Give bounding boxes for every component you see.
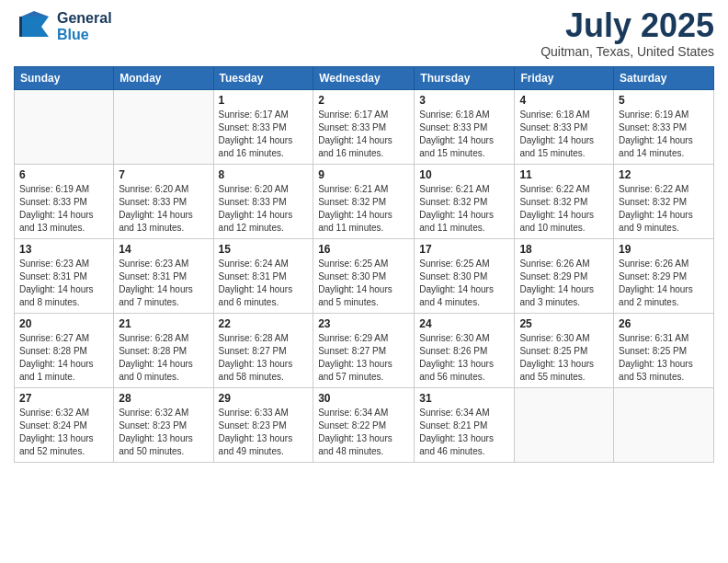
location: Quitman, Texas, United States xyxy=(540,44,714,59)
day-number: 26 xyxy=(619,317,709,330)
cell-info: Sunrise: 6:19 AM Sunset: 8:33 PM Dayligh… xyxy=(619,109,709,160)
day-number: 2 xyxy=(318,94,409,107)
calendar-cell: 2Sunrise: 6:17 AM Sunset: 8:33 PM Daylig… xyxy=(313,90,415,165)
svg-marker-1 xyxy=(21,11,49,17)
calendar-cell: 14Sunrise: 6:23 AM Sunset: 8:31 PM Dayli… xyxy=(114,239,213,314)
cell-info: Sunrise: 6:31 AM Sunset: 8:25 PM Dayligh… xyxy=(619,332,709,384)
day-number: 17 xyxy=(419,243,509,256)
calendar-cell xyxy=(114,90,213,165)
day-number: 24 xyxy=(419,317,509,330)
svg-marker-0 xyxy=(21,17,49,37)
day-number: 8 xyxy=(219,168,309,181)
calendar-week-row: 13Sunrise: 6:23 AM Sunset: 8:31 PM Dayli… xyxy=(15,239,714,314)
cell-info: Sunrise: 6:28 AM Sunset: 8:28 PM Dayligh… xyxy=(119,332,208,384)
calendar-cell: 30Sunrise: 6:34 AM Sunset: 8:22 PM Dayli… xyxy=(313,388,415,463)
cell-info: Sunrise: 6:20 AM Sunset: 8:33 PM Dayligh… xyxy=(219,183,309,235)
calendar-cell: 5Sunrise: 6:19 AM Sunset: 8:33 PM Daylig… xyxy=(614,90,714,165)
cell-info: Sunrise: 6:17 AM Sunset: 8:33 PM Dayligh… xyxy=(219,109,309,160)
col-friday: Friday xyxy=(515,67,614,90)
calendar-cell xyxy=(614,388,714,463)
day-number: 31 xyxy=(419,392,509,405)
logo-icon xyxy=(14,9,54,44)
cell-info: Sunrise: 6:25 AM Sunset: 8:30 PM Dayligh… xyxy=(419,258,509,309)
calendar-cell: 24Sunrise: 6:30 AM Sunset: 8:26 PM Dayli… xyxy=(415,314,515,388)
day-number: 9 xyxy=(318,168,409,181)
calendar-week-row: 27Sunrise: 6:32 AM Sunset: 8:24 PM Dayli… xyxy=(15,388,714,463)
calendar-cell: 21Sunrise: 6:28 AM Sunset: 8:28 PM Dayli… xyxy=(114,314,213,388)
cell-info: Sunrise: 6:26 AM Sunset: 8:29 PM Dayligh… xyxy=(519,258,609,309)
calendar-cell xyxy=(15,90,114,165)
day-number: 25 xyxy=(519,317,609,330)
cell-info: Sunrise: 6:18 AM Sunset: 8:33 PM Dayligh… xyxy=(419,109,509,160)
calendar-cell xyxy=(515,388,614,463)
day-number: 10 xyxy=(419,168,509,181)
calendar-cell: 19Sunrise: 6:26 AM Sunset: 8:29 PM Dayli… xyxy=(614,239,714,314)
calendar-cell: 6Sunrise: 6:19 AM Sunset: 8:33 PM Daylig… xyxy=(15,165,114,239)
svg-rect-2 xyxy=(19,17,22,37)
cell-info: Sunrise: 6:21 AM Sunset: 8:32 PM Dayligh… xyxy=(318,183,409,235)
day-number: 3 xyxy=(419,94,509,107)
day-number: 14 xyxy=(119,243,208,256)
day-number: 13 xyxy=(19,243,108,256)
calendar-cell: 12Sunrise: 6:22 AM Sunset: 8:32 PM Dayli… xyxy=(614,165,714,239)
calendar-cell: 29Sunrise: 6:33 AM Sunset: 8:23 PM Dayli… xyxy=(213,388,313,463)
calendar-cell: 18Sunrise: 6:26 AM Sunset: 8:29 PM Dayli… xyxy=(515,239,614,314)
day-number: 21 xyxy=(119,317,208,330)
cell-info: Sunrise: 6:21 AM Sunset: 8:32 PM Dayligh… xyxy=(419,183,509,235)
cell-info: Sunrise: 6:24 AM Sunset: 8:31 PM Dayligh… xyxy=(219,258,309,309)
day-number: 29 xyxy=(219,392,309,405)
calendar-cell: 3Sunrise: 6:18 AM Sunset: 8:33 PM Daylig… xyxy=(415,90,515,165)
calendar-cell: 16Sunrise: 6:25 AM Sunset: 8:30 PM Dayli… xyxy=(313,239,415,314)
calendar-header-row: Sunday Monday Tuesday Wednesday Thursday… xyxy=(15,67,714,90)
col-wednesday: Wednesday xyxy=(313,67,415,90)
cell-info: Sunrise: 6:30 AM Sunset: 8:25 PM Dayligh… xyxy=(519,332,609,384)
calendar-cell: 31Sunrise: 6:34 AM Sunset: 8:21 PM Dayli… xyxy=(415,388,515,463)
cell-info: Sunrise: 6:34 AM Sunset: 8:22 PM Dayligh… xyxy=(318,407,409,458)
calendar-cell: 26Sunrise: 6:31 AM Sunset: 8:25 PM Dayli… xyxy=(614,314,714,388)
cell-info: Sunrise: 6:22 AM Sunset: 8:32 PM Dayligh… xyxy=(519,183,609,235)
month-title: July 2025 xyxy=(540,9,714,42)
col-thursday: Thursday xyxy=(415,67,515,90)
calendar-cell: 22Sunrise: 6:28 AM Sunset: 8:27 PM Dayli… xyxy=(213,314,313,388)
cell-info: Sunrise: 6:30 AM Sunset: 8:26 PM Dayligh… xyxy=(419,332,509,384)
calendar-cell: 27Sunrise: 6:32 AM Sunset: 8:24 PM Dayli… xyxy=(15,388,114,463)
cell-info: Sunrise: 6:27 AM Sunset: 8:28 PM Dayligh… xyxy=(19,332,108,384)
calendar-cell: 7Sunrise: 6:20 AM Sunset: 8:33 PM Daylig… xyxy=(114,165,213,239)
day-number: 20 xyxy=(19,317,108,330)
calendar-cell: 15Sunrise: 6:24 AM Sunset: 8:31 PM Dayli… xyxy=(213,239,313,314)
cell-info: Sunrise: 6:28 AM Sunset: 8:27 PM Dayligh… xyxy=(219,332,309,384)
day-number: 27 xyxy=(19,392,108,405)
logo-blue-text: Blue xyxy=(57,27,112,43)
calendar-week-row: 6Sunrise: 6:19 AM Sunset: 8:33 PM Daylig… xyxy=(15,165,714,239)
cell-info: Sunrise: 6:25 AM Sunset: 8:30 PM Dayligh… xyxy=(318,258,409,309)
logo-general-text: General xyxy=(57,10,112,27)
logo-label: General Blue xyxy=(57,10,112,42)
calendar-table: Sunday Monday Tuesday Wednesday Thursday… xyxy=(14,66,714,463)
col-monday: Monday xyxy=(114,67,213,90)
calendar-week-row: 20Sunrise: 6:27 AM Sunset: 8:28 PM Dayli… xyxy=(15,314,714,388)
calendar-cell: 20Sunrise: 6:27 AM Sunset: 8:28 PM Dayli… xyxy=(15,314,114,388)
day-number: 6 xyxy=(19,168,108,181)
cell-info: Sunrise: 6:29 AM Sunset: 8:27 PM Dayligh… xyxy=(318,332,409,384)
calendar-week-row: 1Sunrise: 6:17 AM Sunset: 8:33 PM Daylig… xyxy=(15,90,714,165)
calendar-cell: 25Sunrise: 6:30 AM Sunset: 8:25 PM Dayli… xyxy=(515,314,614,388)
day-number: 30 xyxy=(318,392,409,405)
calendar-cell: 28Sunrise: 6:32 AM Sunset: 8:23 PM Dayli… xyxy=(114,388,213,463)
calendar-cell: 11Sunrise: 6:22 AM Sunset: 8:32 PM Dayli… xyxy=(515,165,614,239)
logo: General Blue xyxy=(14,9,112,44)
col-tuesday: Tuesday xyxy=(213,67,313,90)
day-number: 16 xyxy=(318,243,409,256)
col-saturday: Saturday xyxy=(614,67,714,90)
day-number: 7 xyxy=(119,168,208,181)
day-number: 5 xyxy=(619,94,709,107)
calendar-cell: 4Sunrise: 6:18 AM Sunset: 8:33 PM Daylig… xyxy=(515,90,614,165)
cell-info: Sunrise: 6:33 AM Sunset: 8:23 PM Dayligh… xyxy=(219,407,309,458)
day-number: 23 xyxy=(318,317,409,330)
cell-info: Sunrise: 6:20 AM Sunset: 8:33 PM Dayligh… xyxy=(119,183,208,235)
day-number: 12 xyxy=(619,168,709,181)
calendar-cell: 8Sunrise: 6:20 AM Sunset: 8:33 PM Daylig… xyxy=(213,165,313,239)
day-number: 22 xyxy=(219,317,309,330)
calendar-cell: 10Sunrise: 6:21 AM Sunset: 8:32 PM Dayli… xyxy=(415,165,515,239)
cell-info: Sunrise: 6:34 AM Sunset: 8:21 PM Dayligh… xyxy=(419,407,509,458)
calendar-cell: 9Sunrise: 6:21 AM Sunset: 8:32 PM Daylig… xyxy=(313,165,415,239)
